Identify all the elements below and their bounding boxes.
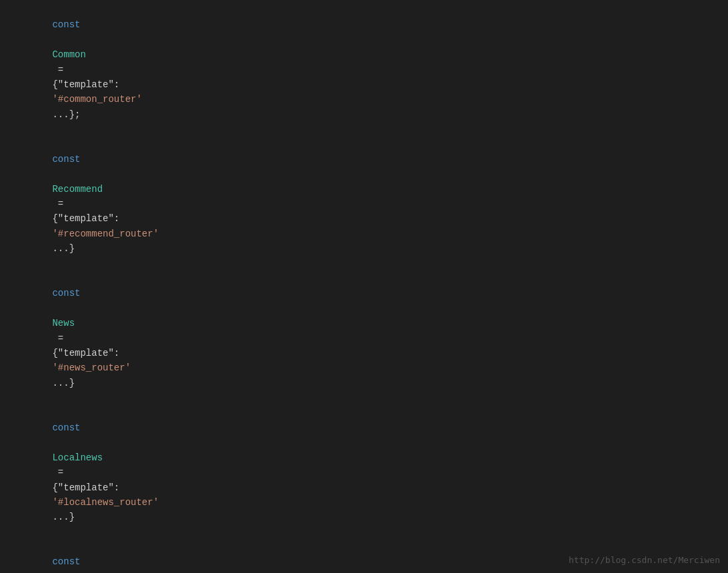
space	[52, 35, 57, 45]
line-content-3: const News = {"template": '#news_router'…	[19, 271, 723, 406]
watermark: http://blog.csdn.net/Merciwen	[569, 554, 720, 568]
line-content-4: const Localnews = {"template": '#localne…	[19, 406, 723, 540]
code-line-2: const Recommend = {"template": '#recomme…	[0, 137, 728, 272]
code-line-3: const News = {"template": '#news_router'…	[0, 271, 728, 406]
keyword-const: const	[52, 19, 80, 30]
line-content-2: const Recommend = {"template": '#recomme…	[19, 137, 723, 272]
var-common: Common	[52, 49, 85, 60]
code-line-1: const Common = {"template": '#common_rou…	[0, 3, 728, 137]
line-content-1: const Common = {"template": '#common_rou…	[19, 3, 723, 137]
code-line-4: const Localnews = {"template": '#localne…	[0, 406, 728, 540]
code-editor: const Common = {"template": '#common_rou…	[0, 0, 728, 573]
